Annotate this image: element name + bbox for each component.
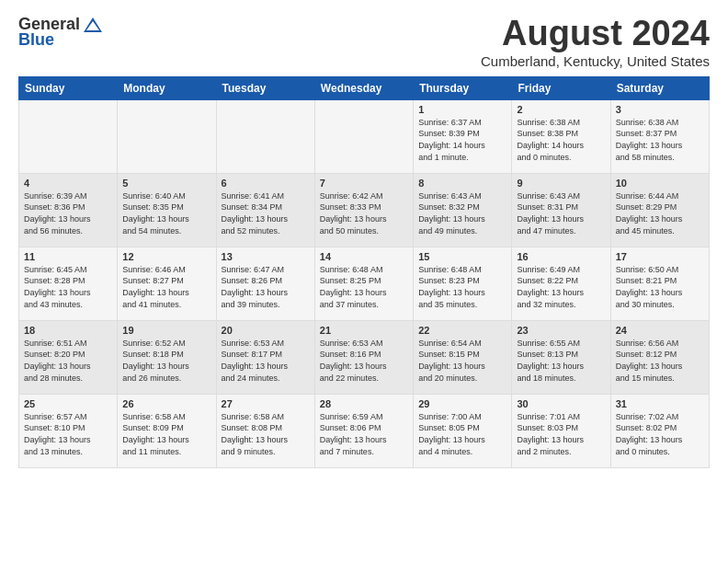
day-info: Sunrise: 6:39 AM Sunset: 8:36 PM Dayligh… (24, 190, 112, 236)
day-number: 1 (418, 104, 506, 115)
day-info: Sunrise: 6:51 AM Sunset: 8:20 PM Dayligh… (24, 338, 112, 384)
day-number: 27 (222, 398, 310, 409)
day-number: 8 (418, 178, 506, 189)
day-number: 23 (517, 325, 605, 336)
calendar-header-row: SundayMondayTuesdayWednesdayThursdayFrid… (19, 76, 710, 99)
calendar-cell: 3Sunrise: 6:38 AM Sunset: 8:37 PM Daylig… (610, 99, 709, 173)
calendar-cell: 25Sunrise: 6:57 AM Sunset: 8:10 PM Dayli… (19, 394, 118, 467)
day-info: Sunrise: 6:43 AM Sunset: 8:31 PM Dayligh… (517, 190, 605, 236)
calendar-cell: 10Sunrise: 6:44 AM Sunset: 8:29 PM Dayli… (610, 173, 709, 247)
day-info: Sunrise: 6:53 AM Sunset: 8:16 PM Dayligh… (320, 338, 408, 384)
day-number: 21 (320, 325, 408, 336)
calendar-cell: 19Sunrise: 6:52 AM Sunset: 8:18 PM Dayli… (118, 320, 216, 394)
day-info: Sunrise: 6:59 AM Sunset: 8:06 PM Dayligh… (320, 411, 408, 457)
day-info: Sunrise: 7:01 AM Sunset: 8:03 PM Dayligh… (517, 411, 605, 457)
calendar-week-row: 25Sunrise: 6:57 AM Sunset: 8:10 PM Dayli… (19, 394, 710, 467)
day-number: 15 (418, 251, 506, 262)
day-number: 28 (320, 398, 408, 409)
calendar-cell: 29Sunrise: 7:00 AM Sunset: 8:05 PM Dayli… (414, 394, 512, 467)
day-info: Sunrise: 6:50 AM Sunset: 8:21 PM Dayligh… (616, 264, 704, 310)
day-info: Sunrise: 6:45 AM Sunset: 8:28 PM Dayligh… (24, 264, 112, 310)
calendar-cell: 7Sunrise: 6:42 AM Sunset: 8:33 PM Daylig… (314, 173, 413, 247)
calendar-cell: 24Sunrise: 6:56 AM Sunset: 8:12 PM Dayli… (610, 320, 709, 394)
calendar-week-row: 11Sunrise: 6:45 AM Sunset: 8:28 PM Dayli… (19, 247, 710, 320)
day-info: Sunrise: 6:54 AM Sunset: 8:15 PM Dayligh… (418, 338, 506, 384)
calendar-cell: 14Sunrise: 6:48 AM Sunset: 8:25 PM Dayli… (314, 247, 413, 320)
calendar-cell: 12Sunrise: 6:46 AM Sunset: 8:27 PM Dayli… (118, 247, 216, 320)
calendar-cell: 6Sunrise: 6:41 AM Sunset: 8:34 PM Daylig… (216, 173, 314, 247)
day-info: Sunrise: 6:58 AM Sunset: 8:09 PM Dayligh… (122, 411, 210, 457)
day-number: 18 (24, 325, 112, 336)
logo-blue-text: Blue (18, 30, 54, 50)
calendar-cell: 28Sunrise: 6:59 AM Sunset: 8:06 PM Dayli… (314, 394, 413, 467)
calendar-cell: 2Sunrise: 6:38 AM Sunset: 8:38 PM Daylig… (512, 99, 610, 173)
calendar-cell: 26Sunrise: 6:58 AM Sunset: 8:09 PM Dayli… (118, 394, 216, 467)
day-header-saturday: Saturday (610, 76, 709, 99)
day-number: 17 (616, 251, 704, 262)
calendar-cell (216, 99, 314, 173)
day-header-sunday: Sunday (19, 76, 118, 99)
calendar-table: SundayMondayTuesdayWednesdayThursdayFrid… (18, 76, 710, 468)
calendar-cell (118, 99, 216, 173)
day-header-monday: Monday (118, 76, 216, 99)
day-number: 14 (320, 251, 408, 262)
calendar-cell (314, 99, 413, 173)
day-number: 5 (122, 178, 210, 189)
day-number: 2 (517, 104, 605, 115)
day-info: Sunrise: 6:56 AM Sunset: 8:12 PM Dayligh… (616, 338, 704, 384)
day-info: Sunrise: 6:38 AM Sunset: 8:38 PM Dayligh… (517, 117, 605, 163)
day-info: Sunrise: 6:42 AM Sunset: 8:33 PM Dayligh… (320, 190, 408, 236)
calendar-cell: 17Sunrise: 6:50 AM Sunset: 8:21 PM Dayli… (610, 247, 709, 320)
month-title: August 2024 (481, 15, 710, 53)
calendar-cell: 18Sunrise: 6:51 AM Sunset: 8:20 PM Dayli… (19, 320, 118, 394)
day-info: Sunrise: 6:55 AM Sunset: 8:13 PM Dayligh… (517, 338, 605, 384)
day-info: Sunrise: 6:52 AM Sunset: 8:18 PM Dayligh… (122, 338, 210, 384)
calendar-cell: 1Sunrise: 6:37 AM Sunset: 8:39 PM Daylig… (414, 99, 512, 173)
calendar-cell (19, 99, 118, 173)
calendar-cell: 27Sunrise: 6:58 AM Sunset: 8:08 PM Dayli… (216, 394, 314, 467)
logo: General Blue (18, 15, 104, 50)
day-number: 11 (24, 251, 112, 262)
day-number: 20 (222, 325, 310, 336)
day-info: Sunrise: 6:46 AM Sunset: 8:27 PM Dayligh… (122, 264, 210, 310)
calendar-cell: 9Sunrise: 6:43 AM Sunset: 8:31 PM Daylig… (512, 173, 610, 247)
day-number: 22 (418, 325, 506, 336)
calendar-cell: 8Sunrise: 6:43 AM Sunset: 8:32 PM Daylig… (414, 173, 512, 247)
day-header-thursday: Thursday (414, 76, 512, 99)
day-info: Sunrise: 7:02 AM Sunset: 8:02 PM Dayligh… (616, 411, 704, 457)
day-number: 24 (616, 325, 704, 336)
calendar-week-row: 18Sunrise: 6:51 AM Sunset: 8:20 PM Dayli… (19, 320, 710, 394)
day-header-friday: Friday (512, 76, 610, 99)
day-number: 19 (122, 325, 210, 336)
title-area: August 2024 Cumberland, Kentucky, United… (481, 15, 710, 69)
calendar-cell: 21Sunrise: 6:53 AM Sunset: 8:16 PM Dayli… (314, 320, 413, 394)
calendar-week-row: 1Sunrise: 6:37 AM Sunset: 8:39 PM Daylig… (19, 99, 710, 173)
day-info: Sunrise: 6:53 AM Sunset: 8:17 PM Dayligh… (222, 338, 310, 384)
logo-icon (82, 16, 104, 34)
day-info: Sunrise: 6:37 AM Sunset: 8:39 PM Dayligh… (418, 117, 506, 163)
calendar-cell: 22Sunrise: 6:54 AM Sunset: 8:15 PM Dayli… (414, 320, 512, 394)
day-number: 26 (122, 398, 210, 409)
calendar-week-row: 4Sunrise: 6:39 AM Sunset: 8:36 PM Daylig… (19, 173, 710, 247)
calendar-cell: 20Sunrise: 6:53 AM Sunset: 8:17 PM Dayli… (216, 320, 314, 394)
day-number: 29 (418, 398, 506, 409)
day-info: Sunrise: 6:38 AM Sunset: 8:37 PM Dayligh… (616, 117, 704, 163)
day-info: Sunrise: 6:44 AM Sunset: 8:29 PM Dayligh… (616, 190, 704, 236)
calendar-cell: 5Sunrise: 6:40 AM Sunset: 8:35 PM Daylig… (118, 173, 216, 247)
calendar-cell: 15Sunrise: 6:48 AM Sunset: 8:23 PM Dayli… (414, 247, 512, 320)
calendar-cell: 4Sunrise: 6:39 AM Sunset: 8:36 PM Daylig… (19, 173, 118, 247)
day-number: 4 (24, 178, 112, 189)
calendar-cell: 31Sunrise: 7:02 AM Sunset: 8:02 PM Dayli… (610, 394, 709, 467)
day-header-tuesday: Tuesday (216, 76, 314, 99)
calendar-cell: 23Sunrise: 6:55 AM Sunset: 8:13 PM Dayli… (512, 320, 610, 394)
day-number: 9 (517, 178, 605, 189)
calendar-cell: 11Sunrise: 6:45 AM Sunset: 8:28 PM Dayli… (19, 247, 118, 320)
day-number: 31 (616, 398, 704, 409)
page-header: General Blue August 2024 Cumberland, Ken… (18, 15, 710, 69)
day-number: 16 (517, 251, 605, 262)
day-info: Sunrise: 6:48 AM Sunset: 8:23 PM Dayligh… (418, 264, 506, 310)
day-number: 10 (616, 178, 704, 189)
day-info: Sunrise: 6:49 AM Sunset: 8:22 PM Dayligh… (517, 264, 605, 310)
calendar-cell: 13Sunrise: 6:47 AM Sunset: 8:26 PM Dayli… (216, 247, 314, 320)
day-info: Sunrise: 6:57 AM Sunset: 8:10 PM Dayligh… (24, 411, 112, 457)
